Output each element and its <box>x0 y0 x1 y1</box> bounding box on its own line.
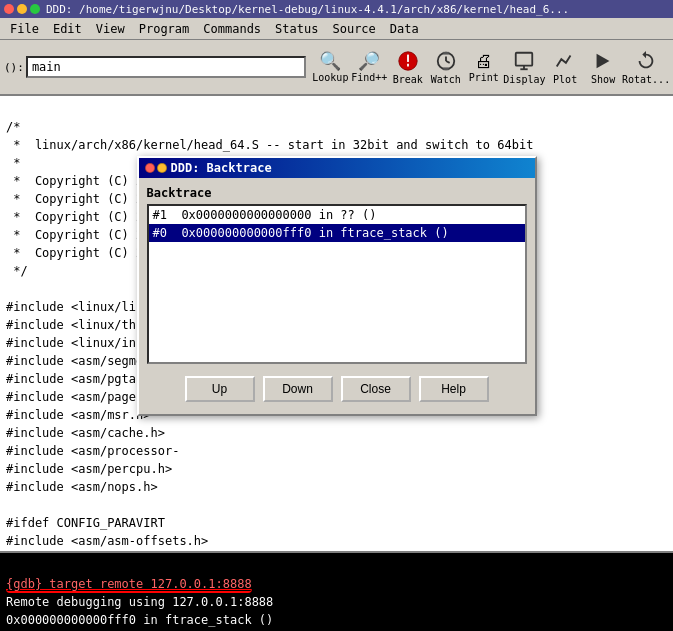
menu-program[interactable]: Program <box>133 20 196 38</box>
menu-bar: File Edit View Program Commands Status S… <box>0 18 673 40</box>
backtrace-list[interactable]: #1 0x0000000000000000 in ?? () #0 0x0000… <box>147 204 527 364</box>
show-label: Show <box>591 74 615 85</box>
source-line: #include <asm/processor- <box>6 442 667 460</box>
source-line <box>6 496 667 514</box>
dialog-title-bar[interactable]: DDD: Backtrace <box>139 158 535 178</box>
display-label: Display <box>503 74 545 85</box>
source-line: * linux/arch/x86/kernel/head_64.S -- sta… <box>6 136 667 154</box>
lookup-icon: 🔍 <box>319 52 341 70</box>
watch-label: Watch <box>431 74 461 85</box>
window-title: DDD: /home/tigerwjnu/Desktop/kernel-debu… <box>46 3 569 16</box>
dialog-window-controls[interactable] <box>145 163 167 173</box>
dialog-body: Backtrace #1 0x0000000000000000 in ?? ()… <box>139 178 535 414</box>
rotate-label: Rotat... <box>622 74 670 85</box>
svg-rect-1 <box>407 54 409 61</box>
svg-rect-2 <box>407 63 409 66</box>
source-line: #include <asm/nops.h> <box>6 478 667 496</box>
backtrace-dialog: DDD: Backtrace Backtrace #1 0x0000000000… <box>137 156 537 416</box>
break-button[interactable]: Break <box>390 42 426 92</box>
lookup-button[interactable]: 🔍 Lookup <box>312 42 349 92</box>
terminal-area[interactable]: {gdb} target remote 127.0.0.1:8888 Remot… <box>0 551 673 631</box>
menu-status[interactable]: Status <box>269 20 324 38</box>
dialog-section-label: Backtrace <box>147 186 527 200</box>
close-button[interactable]: Close <box>341 376 411 402</box>
down-button[interactable]: Down <box>263 376 333 402</box>
title-bar: DDD: /home/tigerwjnu/Desktop/kernel-debu… <box>0 0 673 18</box>
plot-button[interactable]: Plot <box>547 42 583 92</box>
backtrace-item-0[interactable]: #0 0x000000000000fff0 in ftrace_stack () <box>149 224 525 242</box>
menu-edit[interactable]: Edit <box>47 20 88 38</box>
terminal-line-gdb1: {gdb} target remote 127.0.0.1:8888 <box>6 575 667 593</box>
print-icon: 🖨 <box>475 52 493 70</box>
source-line <box>6 100 667 118</box>
show-icon <box>592 50 614 72</box>
help-button[interactable]: Help <box>419 376 489 402</box>
source-line: #include <asm/percpu.h> <box>6 460 667 478</box>
menu-commands[interactable]: Commands <box>197 20 267 38</box>
rotate-button[interactable]: Rotat... <box>623 42 669 92</box>
show-button[interactable]: Show <box>585 42 621 92</box>
source-line: #include <asm/asm-offsets.h> <box>6 532 667 550</box>
rotate-icon <box>635 50 657 72</box>
find-button[interactable]: 🔎 Find++ <box>351 42 388 92</box>
main-content: /* * linux/arch/x86/kernel/head_64.S -- … <box>0 96 673 631</box>
print-button[interactable]: 🖨 Print <box>466 42 502 92</box>
up-button[interactable]: Up <box>185 376 255 402</box>
dialog-title: DDD: Backtrace <box>171 161 272 175</box>
svg-rect-7 <box>443 67 449 70</box>
break-label: Break <box>393 74 423 85</box>
find-label: Find++ <box>351 72 387 83</box>
watch-icon <box>435 50 457 72</box>
maximize-button[interactable] <box>30 4 40 14</box>
menu-view[interactable]: View <box>90 20 131 38</box>
close-button[interactable] <box>4 4 14 14</box>
svg-line-5 <box>446 61 450 63</box>
source-line: #ifdef CONFIG_PARAVIRT <box>6 514 667 532</box>
find-icon: 🔎 <box>358 52 380 70</box>
svg-rect-8 <box>516 52 533 65</box>
plot-icon <box>554 50 576 72</box>
svg-marker-11 <box>597 53 610 68</box>
svg-rect-6 <box>443 51 449 54</box>
backtrace-item-1[interactable]: #1 0x0000000000000000 in ?? () <box>149 206 525 224</box>
source-line: #include <asm/cache.h> <box>6 424 667 442</box>
menu-source[interactable]: Source <box>326 20 381 38</box>
terminal-line-ftrace: 0x000000000000fff0 in ftrace_stack () <box>6 611 667 629</box>
display-icon <box>513 50 535 72</box>
terminal-line-remote: Remote debugging using 127.0.0.1:8888 <box>6 593 667 611</box>
toolbar: (): 🔍 Lookup 🔎 Find++ Break Watch 🖨 Prin… <box>0 40 673 96</box>
lookup-label: Lookup <box>312 72 348 83</box>
source-line: /* <box>6 118 667 136</box>
dialog-close-button[interactable] <box>145 163 155 173</box>
break-icon <box>397 50 419 72</box>
dialog-buttons: Up Down Close Help <box>147 372 527 406</box>
print-label: Print <box>469 72 499 83</box>
window-controls[interactable] <box>4 4 40 14</box>
display-button[interactable]: Display <box>504 42 545 92</box>
terminal-line <box>6 557 667 575</box>
minimize-button[interactable] <box>17 4 27 14</box>
menu-file[interactable]: File <box>4 20 45 38</box>
dialog-minimize-button[interactable] <box>157 163 167 173</box>
command-input[interactable] <box>26 56 306 78</box>
plot-label: Plot <box>553 74 577 85</box>
input-label: (): <box>4 61 24 74</box>
command-input-group: (): <box>4 55 306 79</box>
watch-button[interactable]: Watch <box>428 42 464 92</box>
menu-data[interactable]: Data <box>384 20 425 38</box>
